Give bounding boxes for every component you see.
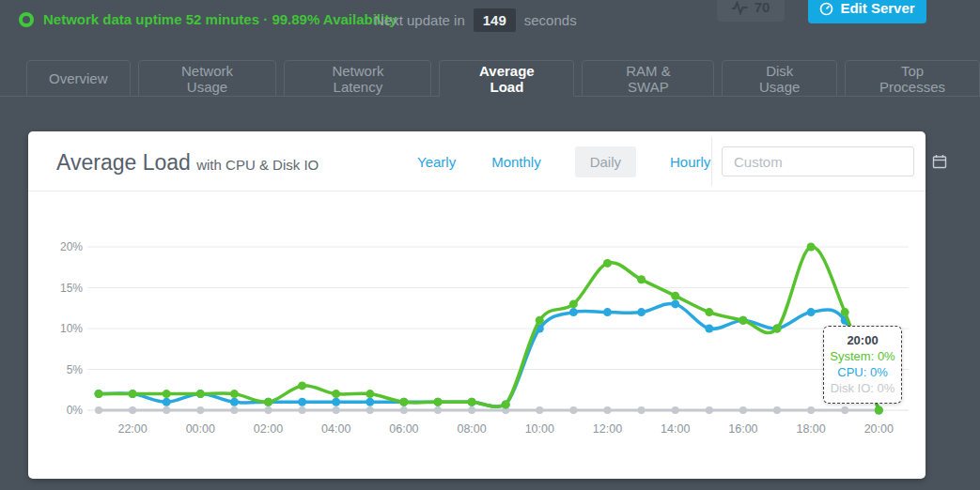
data-point-cpu[interactable] (671, 299, 679, 308)
data-point-disk-io[interactable] (196, 406, 204, 414)
tab-network-latency[interactable]: Network Latency (284, 60, 431, 97)
data-point-disk-io[interactable] (95, 406, 102, 414)
data-point-cpu[interactable] (366, 398, 374, 406)
data-point-system[interactable] (163, 390, 171, 398)
data-point-system[interactable] (671, 292, 679, 300)
y-axis-label: 10% (60, 322, 83, 335)
tooltip-time: 20:00 (826, 332, 899, 348)
custom-date-field (722, 146, 914, 176)
data-point-disk-io[interactable] (569, 406, 577, 414)
data-point-disk-io[interactable] (807, 406, 815, 414)
data-point-disk-io[interactable] (739, 406, 747, 414)
data-point-system[interactable] (332, 390, 340, 398)
x-axis-label: 02:00 (254, 422, 283, 436)
data-point-cpu[interactable] (163, 398, 171, 406)
uptime-status-text: Network data uptime 52 minutes · 99.89% … (43, 11, 397, 27)
data-point-disk-io[interactable] (604, 406, 612, 414)
period-yearly[interactable]: Yearly (415, 146, 458, 177)
tab-top-processes[interactable]: Top Processes (845, 60, 980, 97)
x-axis-label: 04:00 (321, 422, 350, 436)
data-point-cpu[interactable] (569, 308, 578, 316)
data-point-system[interactable] (298, 381, 306, 390)
data-point-disk-io[interactable] (706, 406, 713, 414)
data-point-system[interactable] (366, 390, 374, 398)
chart-tooltip: 20:00 System: 0%CPU: 0%Disk IO: 0% (823, 326, 902, 404)
data-point-system[interactable] (434, 398, 443, 406)
data-point-disk-io[interactable] (163, 406, 170, 414)
data-point-disk-io[interactable] (434, 406, 442, 414)
data-point-cpu[interactable] (230, 398, 239, 406)
data-point-system[interactable] (841, 308, 849, 316)
topbar: Network data uptime 52 minutes · 99.89% … (0, 0, 980, 43)
data-point-system[interactable] (739, 316, 747, 325)
x-axis-label: 20:00 (864, 422, 894, 436)
data-point-system[interactable] (536, 316, 544, 325)
tab-overview[interactable]: Overview (26, 60, 131, 97)
data-point-disk-io[interactable] (468, 406, 475, 414)
period-daily[interactable]: Daily (575, 146, 636, 177)
card-subtitle: with CPU & Disk IO (196, 157, 319, 173)
data-point-disk-io[interactable] (366, 406, 374, 414)
custom-date-input[interactable] (723, 154, 932, 170)
data-point-cpu[interactable] (807, 308, 816, 316)
tooltip-row-system: System: 0% (826, 348, 899, 364)
data-point-system[interactable] (196, 390, 205, 398)
period-hourly[interactable]: Hourly (668, 146, 712, 177)
data-point-system[interactable] (569, 299, 578, 308)
data-point-cpu[interactable] (298, 398, 306, 406)
edit-server-button[interactable]: Edit Server (808, 0, 926, 23)
x-axis-label: 16:00 (728, 422, 757, 436)
chart: 0%5%10%15%20%22:0000:0002:0004:0006:0008… (28, 191, 926, 478)
tooltip-row-disk-io: Disk IO: 0% (826, 380, 899, 396)
data-point-disk-io[interactable] (265, 406, 272, 414)
countdown-value: 149 (474, 8, 516, 32)
tab-average-load[interactable]: Average Load (439, 60, 574, 97)
data-point-system[interactable] (502, 400, 510, 408)
data-point-system[interactable] (129, 390, 137, 398)
data-point-disk-io[interactable] (230, 406, 238, 414)
calendar-icon[interactable] (932, 154, 947, 169)
data-point-disk-io[interactable] (299, 406, 306, 414)
header-divider (711, 137, 712, 186)
data-point-disk-io[interactable] (333, 406, 340, 414)
data-point-system[interactable] (773, 325, 782, 333)
data-point-system[interactable] (637, 275, 646, 283)
data-point-cpu[interactable] (332, 398, 340, 406)
y-axis-label: 0% (67, 404, 84, 417)
data-point-disk-io[interactable] (841, 406, 848, 414)
data-point-disk-io[interactable] (129, 406, 136, 414)
data-point-system[interactable] (468, 398, 476, 406)
tab-ram-swap[interactable]: RAM & SWAP (582, 60, 714, 97)
data-point-disk-io[interactable] (400, 406, 408, 414)
data-point-system[interactable] (875, 406, 883, 415)
x-axis-label: 18:00 (796, 422, 825, 436)
data-point-cpu[interactable] (637, 308, 646, 316)
health-score-button[interactable]: 70 (717, 0, 785, 22)
x-axis-label: 00:00 (186, 422, 215, 436)
card-title-text: Average Load (56, 150, 191, 175)
data-point-system[interactable] (807, 243, 816, 252)
data-point-cpu[interactable] (705, 325, 713, 333)
edit-server-label: Edit Server (840, 0, 914, 16)
data-point-system[interactable] (264, 398, 272, 406)
tab-network-usage[interactable]: Network Usage (138, 60, 277, 97)
data-point-system[interactable] (95, 390, 103, 398)
data-point-system[interactable] (399, 398, 408, 406)
data-point-disk-io[interactable] (672, 406, 679, 414)
data-point-disk-io[interactable] (536, 406, 543, 414)
period-monthly[interactable]: Monthly (490, 146, 543, 177)
data-point-system[interactable] (705, 308, 713, 316)
x-axis-label: 14:00 (661, 422, 690, 436)
data-point-disk-io[interactable] (773, 406, 781, 414)
average-load-card: Average Load with CPU & Disk IO YearlyMo… (28, 131, 926, 479)
tooltip-row-cpu: CPU: 0% (826, 364, 899, 380)
data-point-system[interactable] (230, 390, 239, 398)
tab-disk-usage[interactable]: Disk Usage (722, 60, 837, 97)
data-point-cpu[interactable] (603, 308, 612, 316)
next-update-prefix: Next update in (374, 12, 465, 28)
data-point-system[interactable] (603, 259, 612, 268)
data-point-disk-io[interactable] (638, 406, 646, 414)
x-axis-label: 06:00 (389, 422, 418, 436)
y-axis-label: 5% (67, 363, 84, 376)
next-update: Next update in 149 seconds (374, 8, 577, 32)
